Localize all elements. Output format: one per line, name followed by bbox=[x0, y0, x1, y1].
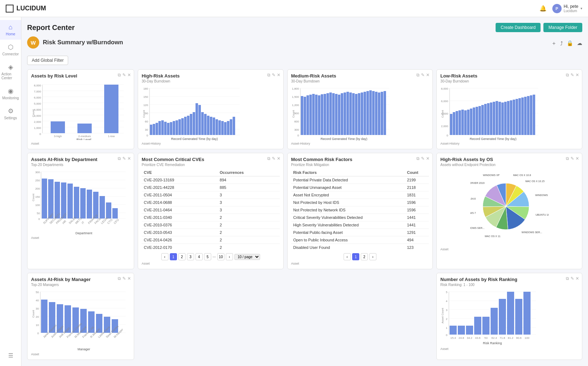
close-icon[interactable]: ✕ bbox=[576, 72, 579, 77]
share-icon[interactable]: ⤴ bbox=[560, 40, 563, 46]
close-icon[interactable]: ✕ bbox=[426, 72, 430, 77]
home-icon: ⌂ bbox=[9, 24, 12, 31]
sidebar: ⌂ Home ⬡ Connector ◈ Action Center ◉ Mon… bbox=[0, 17, 21, 366]
page-1-button[interactable]: 1 bbox=[170, 253, 177, 260]
svg-text:1,800: 1,800 bbox=[292, 87, 299, 90]
monitoring-icon: ◉ bbox=[8, 87, 14, 95]
table-row: Potential Unmanaged Asset2118 bbox=[291, 184, 429, 191]
edit-icon[interactable]: ✎ bbox=[421, 156, 425, 161]
svg-text:Manager: Manager bbox=[77, 347, 90, 351]
pie-label: WINDOWS 7 bbox=[470, 212, 476, 214]
close-icon[interactable]: ✕ bbox=[426, 156, 430, 161]
pie-label: WINDOWS SER... bbox=[470, 227, 485, 229]
svg-text:120: 120 bbox=[143, 104, 148, 107]
copy-icon[interactable]: ⧉ bbox=[267, 72, 270, 77]
svg-rect-128 bbox=[450, 114, 452, 135]
close-icon[interactable]: ✕ bbox=[576, 276, 579, 281]
copy-icon[interactable]: ⧉ bbox=[267, 156, 270, 161]
close-icon[interactable]: ✕ bbox=[277, 72, 280, 77]
close-icon[interactable]: ✕ bbox=[576, 156, 579, 161]
svg-rect-91 bbox=[318, 95, 320, 135]
edit-icon[interactable]: ✎ bbox=[571, 276, 574, 281]
copy-icon[interactable]: ⧉ bbox=[416, 156, 420, 161]
edit-icon[interactable]: ✎ bbox=[571, 72, 574, 77]
assets-by-manager-chart: 50 40 30 20 10 0 bbox=[31, 289, 127, 351]
svg-rect-102 bbox=[349, 92, 352, 135]
sidebar-item-connector[interactable]: ⬡ Connector bbox=[0, 40, 21, 60]
page-2-button[interactable]: 2 bbox=[178, 253, 186, 260]
risk-factors-table-scroll[interactable]: Risk Factors Count Potential Private Dat… bbox=[291, 169, 429, 251]
svg-text:90.6: 90.6 bbox=[516, 336, 522, 340]
card-subtitle: 30-Day Burndown bbox=[291, 79, 429, 83]
action-center-icon: ◈ bbox=[8, 63, 13, 71]
svg-rect-39 bbox=[153, 124, 155, 135]
sidebar-collapse-icon[interactable]: ☰ bbox=[5, 349, 16, 362]
page-10-button[interactable]: 10 bbox=[217, 253, 224, 260]
edit-icon[interactable]: ✎ bbox=[421, 72, 425, 77]
svg-text:Department: Department bbox=[75, 231, 92, 235]
edit-icon[interactable]: ✎ bbox=[571, 156, 574, 161]
edit-icon[interactable]: ✎ bbox=[122, 276, 126, 281]
lock-icon[interactable]: 🔒 bbox=[567, 40, 573, 46]
svg-text:200: 200 bbox=[35, 187, 40, 190]
copy-icon[interactable]: ⧉ bbox=[118, 156, 121, 161]
add-global-filter-button[interactable]: Add Global Filter bbox=[27, 56, 68, 65]
sidebar-item-home[interactable]: ⌂ Home bbox=[0, 20, 21, 40]
svg-rect-86 bbox=[304, 97, 306, 135]
svg-rect-89 bbox=[312, 94, 315, 135]
sidebar-item-settings[interactable]: ⚙ Settings bbox=[0, 104, 21, 124]
chart-source: Asset bbox=[142, 262, 280, 265]
page-3-button[interactable]: 3 bbox=[187, 253, 194, 260]
page-5-button[interactable]: 5 bbox=[204, 253, 211, 260]
close-icon[interactable]: ✕ bbox=[127, 276, 131, 281]
manage-folder-button[interactable]: Manage Folder bbox=[543, 23, 582, 32]
page-2-button[interactable]: 2 bbox=[361, 253, 368, 260]
edit-icon[interactable]: ✎ bbox=[272, 156, 275, 161]
close-icon[interactable]: ✕ bbox=[127, 72, 131, 77]
svg-rect-249 bbox=[450, 326, 457, 335]
copy-icon[interactable]: ⧉ bbox=[118, 72, 121, 77]
svg-rect-250 bbox=[458, 326, 465, 335]
sidebar-item-label: Settings bbox=[4, 116, 17, 120]
copy-icon[interactable]: ⧉ bbox=[416, 72, 420, 77]
svg-rect-254 bbox=[491, 308, 498, 335]
sidebar-item-action-center[interactable]: ◈ Action Center bbox=[0, 60, 21, 84]
copy-icon[interactable]: ⧉ bbox=[118, 276, 121, 281]
edit-icon[interactable]: ✎ bbox=[122, 72, 126, 77]
svg-text:5,000: 5,000 bbox=[34, 102, 41, 105]
prev-page-button[interactable]: ‹ bbox=[344, 253, 351, 260]
user-menu[interactable]: P Hi, pete Lucidum ▾ bbox=[552, 4, 582, 13]
close-icon[interactable]: ✕ bbox=[127, 156, 131, 161]
svg-text:30: 30 bbox=[36, 307, 39, 310]
page-4-button[interactable]: 4 bbox=[196, 253, 203, 260]
svg-text:0: 0 bbox=[297, 134, 299, 137]
card-title: Assets At-Risk by Department bbox=[31, 157, 130, 162]
next-page-button[interactable]: › bbox=[369, 253, 376, 260]
sidebar-item-monitoring[interactable]: ◉ Monitoring bbox=[0, 84, 21, 104]
user-sub: Lucidum bbox=[564, 9, 578, 13]
chart-source: Asset-History bbox=[440, 142, 578, 145]
svg-rect-90 bbox=[315, 95, 318, 135]
close-icon[interactable]: ✕ bbox=[277, 156, 280, 161]
per-page-select[interactable]: 10 / page 20 / page bbox=[234, 254, 260, 260]
card-icons: ⧉ ✎ ✕ bbox=[566, 276, 579, 281]
row1-grid: Assets by Risk Level ⧉ ✎ ✕ 8,000 7,000 6… bbox=[27, 69, 582, 149]
svg-rect-148 bbox=[507, 101, 510, 135]
prev-page-button[interactable]: ‹ bbox=[161, 253, 168, 260]
notification-bell-icon[interactable]: 🔔 bbox=[539, 5, 547, 12]
copy-icon[interactable]: ⧉ bbox=[566, 276, 569, 281]
svg-text:10: 10 bbox=[36, 324, 39, 327]
copy-icon[interactable]: ⧉ bbox=[566, 72, 569, 77]
edit-icon[interactable]: ✎ bbox=[272, 72, 275, 77]
svg-text:300: 300 bbox=[294, 128, 299, 131]
table-row: CVE-2011-05043 bbox=[142, 191, 280, 199]
cve-table-scroll[interactable]: CVE Occurrences CVE-2020-13169894CVE-202… bbox=[142, 169, 280, 251]
add-widget-icon[interactable]: ＋ bbox=[551, 40, 557, 47]
create-dashboard-button[interactable]: Create Dashboard bbox=[496, 23, 541, 32]
cloud-icon[interactable]: ☁ bbox=[577, 40, 582, 46]
edit-icon[interactable]: ✎ bbox=[122, 156, 126, 161]
copy-icon[interactable]: ⧉ bbox=[566, 156, 569, 161]
next-page-button[interactable]: › bbox=[226, 253, 233, 260]
page-1-button[interactable]: 1 bbox=[352, 253, 359, 260]
svg-rect-139 bbox=[481, 105, 484, 135]
